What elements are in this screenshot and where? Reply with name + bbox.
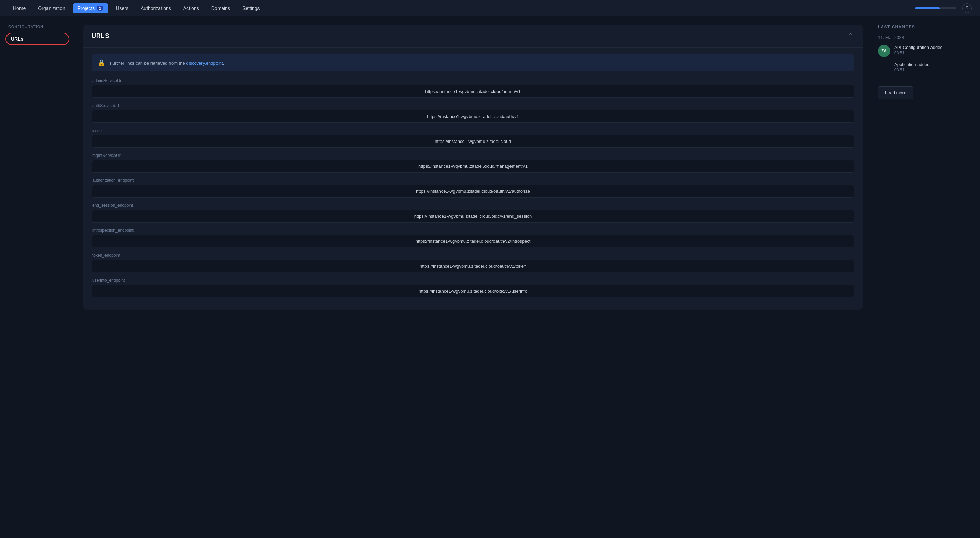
card-body: 🔒 Further links can be retrieved from th… <box>83 48 862 310</box>
field-label-authServiceUrl: authServiceUrl <box>92 103 854 108</box>
main-content: URLS ⌃ 🔒 Further links can be retrieved … <box>75 16 871 538</box>
info-banner: 🔒 Further links can be retrieved from th… <box>92 54 854 72</box>
field-value-end-session-endpoint: https://instance1-wgvbmu.zitadel.cloud/o… <box>92 210 854 222</box>
info-text-before: Further links can be retrieved from the <box>110 61 186 65</box>
sidebar-section-label: Configuration <box>5 25 69 29</box>
info-icon: 🔒 <box>98 59 105 67</box>
field-value-mgmtServiceUrl: https://instance1-wgvbmu.zitadel.cloud/m… <box>92 160 854 172</box>
change-time-0: 08:51 <box>894 51 973 55</box>
nav-progress-fill <box>915 7 940 9</box>
nav-item-domains[interactable]: Domains <box>207 3 235 13</box>
change-info-0: API Configuration added 08:51 <box>894 45 973 55</box>
change-item-0: ZA API Configuration added 08:51 <box>878 45 973 57</box>
field-value-userinfo-endpoint: https://instance1-wgvbmu.zitadel.cloud/o… <box>92 285 854 297</box>
field-value-introspection-endpoint: https://instance1-wgvbmu.zitadel.cloud/o… <box>92 235 854 247</box>
sidebar-item-urls[interactable]: URLs <box>5 33 69 45</box>
right-panel: LAST CHANGES 11. Mar 2023 ZA API Configu… <box>871 16 980 538</box>
panel-divider <box>878 78 973 78</box>
info-text-after: . <box>223 61 224 65</box>
field-label-authorization-endpoint: authorization_endpoint <box>92 178 854 183</box>
field-introspection-endpoint: introspection_endpoint https://instance1… <box>92 228 854 247</box>
urls-card: URLS ⌃ 🔒 Further links can be retrieved … <box>83 25 862 310</box>
change-title-0: API Configuration added <box>894 45 973 50</box>
nav-item-users[interactable]: Users <box>111 3 133 13</box>
field-authServiceUrl: authServiceUrl https://instance1-wgvbmu.… <box>92 103 854 123</box>
field-label-mgmtServiceUrl: mgmtServiceUrl <box>92 153 854 158</box>
field-value-token-endpoint: https://instance1-wgvbmu.zitadel.cloud/o… <box>92 260 854 272</box>
field-value-issuer: https://instance1-wgvbmu.zitadel.cloud <box>92 135 854 148</box>
field-adminServiceUrl: adminServiceUrl https://instance1-wgvbmu… <box>92 78 854 98</box>
nav-item-projects-label: Projects <box>78 5 95 11</box>
field-issuer: issuer https://instance1-wgvbmu.zitadel.… <box>92 128 854 148</box>
field-value-adminServiceUrl: https://instance1-wgvbmu.zitadel.cloud/a… <box>92 85 854 98</box>
discovery-endpoint-link[interactable]: discovery.endpoint <box>186 61 223 65</box>
change-info-1: Application added 08:51 <box>878 62 973 72</box>
change-date: 11. Mar 2023 <box>878 35 973 40</box>
field-value-authServiceUrl: https://instance1-wgvbmu.zitadel.cloud/a… <box>92 110 854 123</box>
field-label-end-session-endpoint: end_session_endpoint <box>92 203 854 208</box>
sidebar: Configuration URLs <box>0 16 75 538</box>
nav-item-settings[interactable]: Settings <box>238 3 265 13</box>
nav-item-home[interactable]: Home <box>8 3 30 13</box>
layout: Configuration URLs URLS ⌃ 🔒 Further link… <box>0 16 980 538</box>
field-label-introspection-endpoint: introspection_endpoint <box>92 228 854 233</box>
nav-item-actions[interactable]: Actions <box>178 3 204 13</box>
field-end-session-endpoint: end_session_endpoint https://instance1-w… <box>92 203 854 222</box>
projects-badge: 2 <box>97 6 103 11</box>
change-time-1: 08:51 <box>894 68 973 72</box>
field-mgmtServiceUrl: mgmtServiceUrl https://instance1-wgvbmu.… <box>92 153 854 172</box>
field-label-token-endpoint: token_endpoint <box>92 253 854 258</box>
field-userinfo-endpoint: userinfo_endpoint https://instance1-wgvb… <box>92 278 854 297</box>
info-text: Further links can be retrieved from the … <box>110 61 224 65</box>
nav-item-organization[interactable]: Organization <box>33 3 70 13</box>
field-value-authorization-endpoint: https://instance1-wgvbmu.zitadel.cloud/o… <box>92 185 854 198</box>
nav-item-projects[interactable]: Projects 2 <box>73 3 108 13</box>
field-authorization-endpoint: authorization_endpoint https://instance1… <box>92 178 854 198</box>
top-nav: Home Organization Projects 2 Users Autho… <box>0 0 980 16</box>
card-header: URLS ⌃ <box>83 25 862 48</box>
field-token-endpoint: token_endpoint https://instance1-wgvbmu.… <box>92 253 854 272</box>
load-more-button[interactable]: Load more <box>878 86 913 99</box>
help-button[interactable]: ? <box>962 3 972 13</box>
field-label-adminServiceUrl: adminServiceUrl <box>92 78 854 83</box>
field-label-userinfo-endpoint: userinfo_endpoint <box>92 278 854 283</box>
panel-title: LAST CHANGES <box>878 25 973 29</box>
change-title-1: Application added <box>894 62 973 67</box>
change-item-1: Application added 08:51 <box>878 62 973 72</box>
collapse-button[interactable]: ⌃ <box>846 31 854 41</box>
avatar-0: ZA <box>878 45 890 57</box>
nav-item-authorizations[interactable]: Authorizations <box>136 3 176 13</box>
field-label-issuer: issuer <box>92 128 854 133</box>
nav-progress-bar <box>915 7 956 9</box>
card-title: URLS <box>92 32 109 40</box>
